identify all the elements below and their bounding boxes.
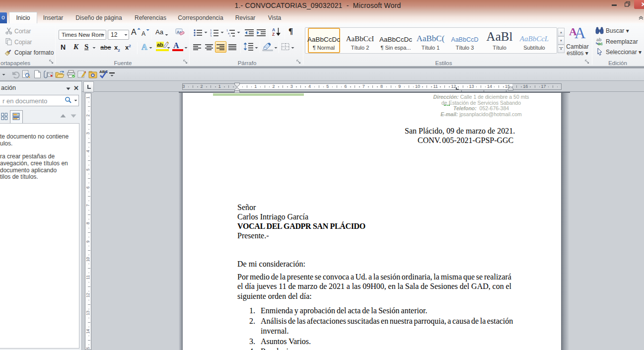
svg-text:A: A	[142, 30, 145, 37]
svg-text:ac: ac	[598, 41, 603, 45]
svg-text:i: i	[229, 34, 230, 37]
svg-text:A: A	[131, 28, 137, 36]
svg-text:3: 3	[210, 35, 212, 37]
svg-text:A: A	[142, 43, 147, 51]
svg-text:Z: Z	[272, 32, 275, 36]
